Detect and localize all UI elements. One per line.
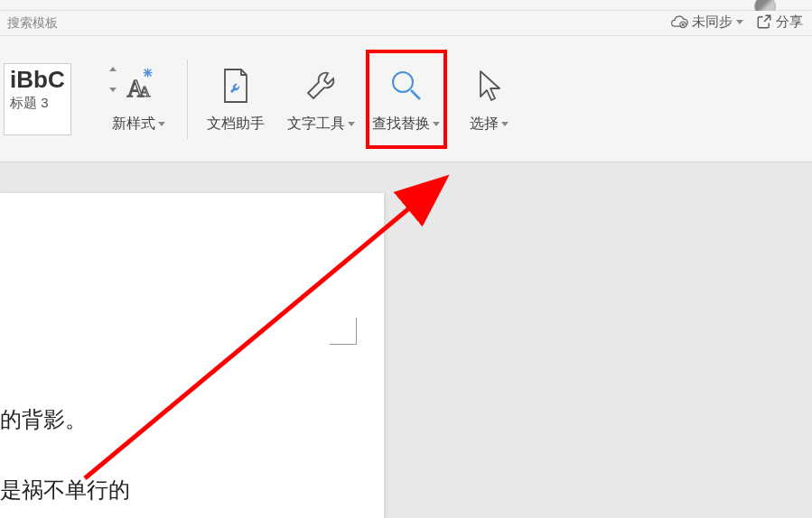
chevron-down-icon — [736, 20, 743, 24]
select-button[interactable]: 选择 — [449, 50, 530, 149]
svg-point-9 — [393, 72, 413, 92]
right-actions: 未同步 分享 — [670, 13, 803, 31]
template-search-input[interactable]: 搜索模板 — [7, 15, 58, 32]
style-gallery[interactable]: iBbC 标题 3 — [4, 63, 97, 135]
style-name-label: 标题 3 — [10, 95, 49, 112]
ribbon-toolbar: iBbC 标题 3 A A 新样式 — [0, 36, 812, 162]
doc-helper-label: 文档助手 — [207, 115, 265, 134]
search-icon — [387, 66, 426, 106]
find-replace-button[interactable]: 查找替换 — [366, 50, 447, 149]
divider — [187, 60, 188, 139]
style-preview-text: iBbC — [10, 68, 65, 91]
chevron-down-icon — [501, 122, 509, 126]
share-icon — [756, 14, 772, 30]
svg-line-10 — [411, 90, 420, 99]
new-style-icon: A A — [118, 65, 160, 106]
cursor-icon — [471, 66, 508, 106]
doc-helper-button[interactable]: 文档助手 — [195, 50, 276, 149]
document-wrench-icon — [218, 66, 254, 106]
document-area: 的背影。 是祸不单行的 — [0, 162, 812, 518]
find-replace-label: 查找替换 — [372, 115, 430, 134]
select-label: 选择 — [470, 115, 499, 134]
margin-marker — [330, 318, 357, 345]
wrench-icon — [301, 66, 341, 106]
text-tool-label: 文字工具 — [287, 115, 345, 134]
share-button[interactable]: 分享 — [756, 14, 803, 31]
search-row: 搜索模板 未同步 分享 — [0, 11, 812, 36]
share-label: 分享 — [776, 14, 803, 31]
chevron-up-icon — [109, 67, 117, 71]
document-text-line: 是祸不单行的 — [0, 473, 130, 507]
chevron-down-icon — [433, 122, 440, 126]
new-style-label: 新样式 — [112, 115, 155, 134]
document-text-line: 的背影。 — [0, 402, 87, 437]
style-gallery-scroll[interactable] — [109, 67, 117, 92]
cloud-off-icon — [670, 13, 688, 31]
text-tool-button[interactable]: 文字工具 — [278, 50, 364, 149]
chevron-down-icon — [348, 122, 355, 126]
chevron-down-icon — [158, 122, 165, 126]
title-bar — [0, 0, 812, 11]
new-style-button[interactable]: A A 新样式 — [98, 50, 180, 149]
sync-status-button[interactable]: 未同步 — [670, 13, 743, 31]
svg-text:A: A — [139, 83, 151, 100]
sync-label: 未同步 — [692, 14, 733, 31]
chevron-down-icon — [109, 88, 117, 92]
document-page[interactable]: 的背影。 是祸不单行的 — [0, 193, 384, 518]
